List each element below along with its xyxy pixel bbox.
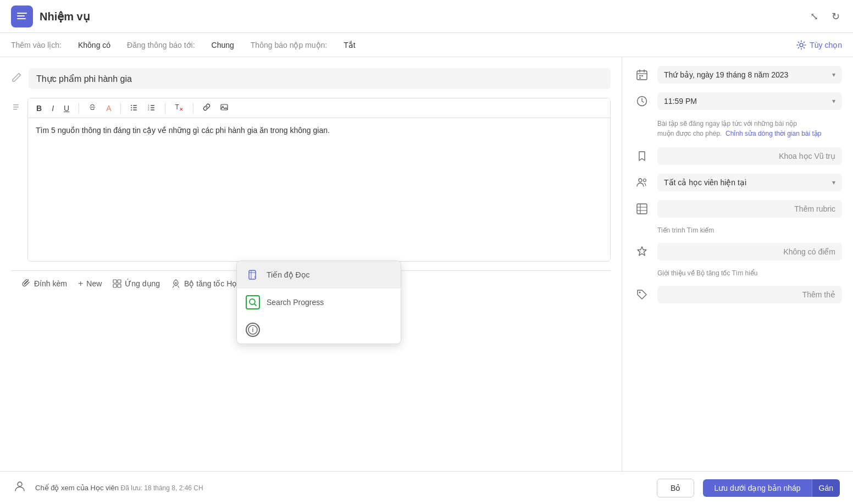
numbered-list-button[interactable]: 1. 2. 3. bbox=[145, 102, 158, 114]
svg-rect-5 bbox=[13, 107, 19, 108]
student-view-label: Chế độ xem của Học viên bbox=[35, 484, 119, 492]
gan-button[interactable]: Gán bbox=[812, 479, 840, 497]
note-area: Bài tập sẽ đăng ngay lập tức với những b… bbox=[657, 119, 842, 139]
students-value[interactable]: Tất cả học viên hiện tại ▾ bbox=[657, 174, 842, 191]
svg-rect-4 bbox=[13, 104, 19, 106]
image-button[interactable] bbox=[218, 102, 231, 114]
page-title: Nhiệm vụ bbox=[40, 10, 90, 23]
clear-format-button[interactable]: T✕ bbox=[172, 102, 186, 114]
svg-text:i: i bbox=[252, 327, 254, 333]
svg-point-7 bbox=[131, 105, 132, 106]
svg-rect-19 bbox=[221, 104, 228, 110]
editor-body[interactable]: Tìm 5 nguồn thông tin đáng tin cậy về nh… bbox=[28, 118, 610, 261]
italic-button[interactable]: I bbox=[49, 102, 57, 114]
svg-rect-26 bbox=[113, 280, 117, 283]
app-button[interactable]: Ứng dụng bbox=[113, 279, 160, 288]
plus-icon: + bbox=[78, 279, 83, 289]
toolbar-row: Thêm vào lịch: Không có Đăng thông báo t… bbox=[0, 33, 853, 57]
info-icon: i bbox=[246, 323, 260, 337]
rubric-value[interactable]: Thêm rubric bbox=[657, 200, 842, 218]
svg-point-22 bbox=[254, 276, 256, 278]
strikethrough-button[interactable] bbox=[86, 102, 99, 114]
search-progress-icon bbox=[246, 295, 260, 309]
star-icon bbox=[633, 243, 651, 261]
new-label: New bbox=[86, 279, 102, 288]
svg-point-9 bbox=[131, 109, 132, 110]
link-button[interactable] bbox=[200, 102, 213, 114]
main-area: B I U A bbox=[0, 57, 853, 471]
search-progress-label: Tiến trình Tìm kiếm bbox=[657, 226, 842, 234]
category-row: Khoa học Vũ trụ bbox=[633, 147, 842, 165]
date-value[interactable]: Thứ bảy, ngày 19 tháng 8 năm 2023 ▾ bbox=[657, 66, 842, 84]
boost-desc-label: Giới thiệu về Bộ tăng tốc Tìm hiểu bbox=[657, 269, 842, 277]
dang-tb-value[interactable]: Chung bbox=[212, 41, 234, 49]
svg-text:3.: 3. bbox=[148, 108, 149, 111]
luu-group: Lưu dưới dạng bản nháp Gán bbox=[703, 479, 840, 497]
svg-rect-16 bbox=[151, 105, 154, 106]
left-panel: B I U A bbox=[0, 57, 622, 471]
collapse-button[interactable]: ⤡ bbox=[808, 8, 821, 25]
bo-button[interactable]: Bỏ bbox=[657, 479, 694, 497]
svg-rect-1 bbox=[17, 15, 25, 16]
user-icon bbox=[13, 480, 26, 496]
dropdown-item-info[interactable]: i bbox=[237, 316, 401, 344]
chevron-down-icon: ▾ bbox=[832, 71, 835, 79]
svg-point-36 bbox=[639, 179, 642, 182]
refresh-button[interactable]: ↻ bbox=[829, 8, 842, 25]
luu-button[interactable]: Lưu dưới dạng bản nháp bbox=[703, 479, 811, 497]
svg-rect-18 bbox=[151, 109, 154, 110]
tuy-chon-label: Tùy chọn bbox=[810, 41, 842, 49]
date-row: Thứ bảy, ngày 19 tháng 8 năm 2023 ▾ bbox=[633, 66, 842, 84]
svg-rect-34 bbox=[639, 77, 641, 79]
svg-rect-21 bbox=[249, 270, 256, 279]
dropdown-item-search-progress[interactable]: Search Progress bbox=[237, 289, 401, 316]
svg-rect-17 bbox=[151, 107, 154, 108]
score-value[interactable]: Không có điểm bbox=[657, 243, 842, 261]
description-row: B I U A bbox=[11, 98, 611, 262]
separator-2 bbox=[120, 103, 121, 114]
attach-button[interactable]: Đính kèm bbox=[22, 279, 67, 288]
tag-value[interactable]: Thêm thẻ bbox=[657, 286, 842, 303]
tag-row: Thêm thẻ bbox=[633, 286, 842, 303]
gear-icon bbox=[796, 40, 806, 50]
svg-point-3 bbox=[800, 43, 803, 47]
dropdown-popup: Tiến độ Đọc Search Progress i bbox=[236, 261, 401, 344]
dropdown-item-tiendo-doc[interactable]: Tiến độ Đọc bbox=[237, 261, 401, 289]
score-row: Không có điểm bbox=[633, 243, 842, 261]
tb-nop-muon-label: Thông báo nộp muộn: bbox=[251, 41, 327, 49]
svg-rect-12 bbox=[133, 109, 137, 110]
bullet-list-button[interactable] bbox=[128, 102, 141, 114]
chevron-down-icon-2: ▾ bbox=[832, 97, 835, 105]
editor-container: B I U A bbox=[27, 98, 611, 262]
assignment-title-input[interactable] bbox=[29, 68, 611, 89]
underline-button[interactable]: U bbox=[61, 102, 72, 114]
edit-timeline-link[interactable]: Chỉnh sửa dòng thời gian bài tập bbox=[725, 130, 821, 137]
bold-button[interactable]: B bbox=[34, 102, 45, 114]
tag-icon bbox=[633, 286, 651, 303]
dang-tb-label: Đăng thông báo tới: bbox=[127, 41, 195, 49]
tuy-chon-button[interactable]: Tùy chọn bbox=[796, 40, 842, 50]
tb-nop-muon-value[interactable]: Tắt bbox=[344, 41, 355, 49]
svg-rect-6 bbox=[13, 109, 17, 110]
bookmark-icon bbox=[633, 147, 651, 165]
svg-rect-11 bbox=[133, 107, 137, 108]
app-label: Ứng dụng bbox=[125, 279, 160, 288]
grid-icon bbox=[113, 279, 121, 288]
time-value[interactable]: 11:59 PM ▾ bbox=[657, 92, 842, 110]
save-info: Đã lưu: 18 tháng 8, 2:46 CH bbox=[121, 484, 203, 492]
attach-label: Đính kèm bbox=[34, 279, 67, 288]
students-row: Tất cả học viên hiện tại ▾ bbox=[633, 174, 842, 191]
them-vao-lich-value[interactable]: Không có bbox=[78, 41, 110, 49]
time-row: 11:59 PM ▾ bbox=[633, 92, 842, 110]
rubric-icon bbox=[633, 200, 651, 218]
svg-rect-33 bbox=[641, 75, 643, 76]
category-value[interactable]: Khoa học Vũ trụ bbox=[657, 147, 842, 165]
new-button[interactable]: + New bbox=[78, 279, 102, 289]
footer-label: Chế độ xem của Học viên Đã lưu: 18 tháng… bbox=[35, 484, 648, 492]
students-icon bbox=[633, 174, 651, 191]
app-icon bbox=[11, 5, 33, 27]
title-row bbox=[11, 68, 611, 89]
edit-icon bbox=[11, 72, 22, 86]
svg-point-30 bbox=[175, 283, 177, 284]
highlight-button[interactable]: A bbox=[103, 102, 114, 114]
